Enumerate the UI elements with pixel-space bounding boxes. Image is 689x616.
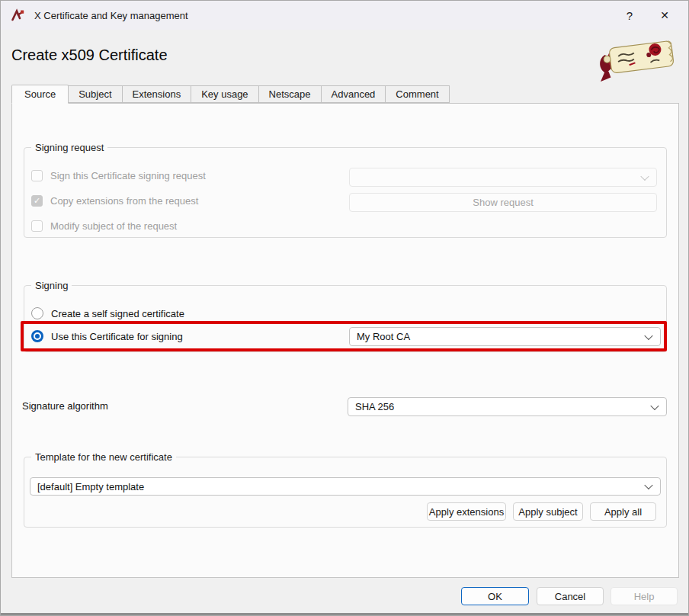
use-certificate-label: Use this Certificate for signing <box>51 331 183 342</box>
sign-csr-row: Sign this Certificate signing request <box>31 170 206 181</box>
copy-extensions-checkbox[interactable]: ✓ <box>31 195 43 207</box>
chevron-down-icon <box>650 401 659 409</box>
signature-algorithm-combobox[interactable]: SHA 256 <box>348 397 667 416</box>
signing-ca-combobox[interactable]: My Root CA <box>349 327 661 346</box>
show-request-button[interactable]: Show request <box>349 193 657 212</box>
signature-algorithm-value: SHA 256 <box>355 401 394 412</box>
self-signed-radio-row: Create a self signed certificate <box>31 307 184 319</box>
use-certificate-radio-row: Use this Certificate for signing <box>31 330 183 342</box>
modify-subject-row: Modify subject of the request <box>31 220 177 232</box>
signature-algorithm-label: Signature algorithm <box>22 400 108 412</box>
template-combobox[interactable]: [default] Empty template <box>30 477 661 496</box>
apply-extensions-button[interactable]: Apply extensions <box>427 502 506 521</box>
copy-extensions-label: Copy extensions from the request <box>50 195 198 207</box>
tab-key-usage[interactable]: Key usage <box>191 85 258 103</box>
chevron-down-icon <box>644 481 652 489</box>
ok-button[interactable]: OK <box>461 587 529 605</box>
tab-comment[interactable]: Comment <box>385 85 449 103</box>
xca-window: X Certificate and Key management ? ✕ Cre… <box>0 0 689 616</box>
template-legend: Template for the new certificate <box>31 451 176 463</box>
tab-netscape[interactable]: Netscape <box>258 85 322 103</box>
chevron-down-icon <box>640 172 649 180</box>
tab-subject[interactable]: Subject <box>68 85 122 103</box>
chevron-down-icon <box>644 331 652 339</box>
help-titlebar-button[interactable]: ? <box>612 1 647 30</box>
self-signed-radio[interactable] <box>31 307 43 319</box>
window-title: X Certificate and Key management <box>34 10 612 21</box>
xca-app-icon <box>11 8 25 23</box>
title-bar: X Certificate and Key management ? ✕ <box>1 1 688 30</box>
self-signed-label: Create a self signed certificate <box>51 308 184 319</box>
signing-ca-value: My Root CA <box>357 331 410 342</box>
use-certificate-radio[interactable] <box>31 330 43 342</box>
signing-request-legend: Signing request <box>31 142 107 153</box>
tab-source[interactable]: Source <box>11 85 69 104</box>
apply-subject-button[interactable]: Apply subject <box>513 502 583 521</box>
modify-subject-label: Modify subject of the request <box>50 220 177 232</box>
help-button[interactable]: Help <box>610 587 678 605</box>
cancel-button[interactable]: Cancel <box>537 587 604 605</box>
page-title: Create x509 Certificate <box>11 47 168 64</box>
signing-legend: Signing <box>31 280 72 291</box>
certificate-scroll-logo <box>595 39 679 82</box>
tab-advanced[interactable]: Advanced <box>321 85 386 103</box>
sign-csr-label: Sign this Certificate signing request <box>50 170 206 181</box>
sign-csr-checkbox[interactable] <box>31 170 43 181</box>
tab-extensions[interactable]: Extensions <box>122 85 192 103</box>
csr-select-combobox[interactable] <box>349 168 657 187</box>
checkmark-icon: ✓ <box>34 197 40 205</box>
template-value: [default] Empty template <box>37 481 144 492</box>
tab-bar: Source Subject Extensions Key usage Nets… <box>11 85 449 103</box>
apply-all-button[interactable]: Apply all <box>590 502 656 521</box>
close-button[interactable]: ✕ <box>647 1 682 30</box>
copy-extensions-row: ✓ Copy extensions from the request <box>31 195 198 207</box>
modify-subject-checkbox[interactable] <box>31 220 43 232</box>
